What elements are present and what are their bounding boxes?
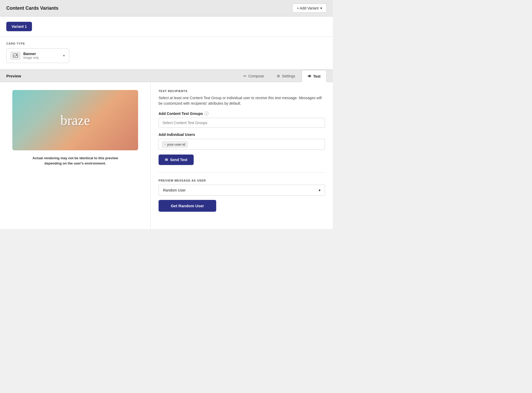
add-variant-label: + Add Variant bbox=[297, 6, 319, 10]
individual-users-label: Add Individual Users bbox=[159, 132, 325, 137]
braze-logo: braze bbox=[61, 113, 90, 128]
tabs-container: ✏ Compose ⚙ Settings 👁 Test bbox=[237, 70, 327, 82]
help-icon[interactable]: i bbox=[204, 111, 209, 116]
card-type-section: CARD TYPE Banner Image only ▾ bbox=[0, 37, 333, 70]
preview-label: Preview bbox=[6, 70, 237, 82]
test-recipients-title: TEST RECIPIENTS bbox=[159, 89, 325, 93]
banner-preview-image: braze bbox=[12, 90, 138, 150]
gear-icon: ⚙ bbox=[277, 74, 280, 78]
preview-disclaimer: Actual rendering may not be identical to… bbox=[25, 156, 125, 166]
banner-icon bbox=[11, 52, 20, 59]
tab-settings-label: Settings bbox=[282, 74, 295, 78]
pencil-icon: ✏ bbox=[243, 74, 247, 78]
page-header: Content Cards Variants + Add Variant ▾ bbox=[0, 0, 333, 17]
random-user-value: Random User bbox=[163, 188, 186, 192]
card-type-section-label: CARD TYPE bbox=[6, 42, 327, 45]
content-test-groups-input[interactable] bbox=[159, 118, 325, 128]
tab-compose-label: Compose bbox=[248, 74, 264, 78]
dropdown-chevron-icon: ▾ bbox=[63, 54, 65, 57]
test-recipients-description: Select at least one Content Test Group o… bbox=[159, 95, 325, 106]
preview-panel: braze Actual rendering may not be identi… bbox=[0, 82, 151, 229]
user-tag-value: your-user-id bbox=[167, 142, 185, 146]
test-recipients-section: TEST RECIPIENTS Select at least one Cont… bbox=[159, 89, 325, 173]
preview-as-user-title: PREVIEW MESSAGE AS USER bbox=[159, 179, 325, 182]
card-type-text: Banner Image only bbox=[23, 52, 39, 60]
preview-tabs-header: Preview ✏ Compose ⚙ Settings 👁 Test bbox=[0, 70, 333, 82]
remove-user-tag-icon[interactable]: × bbox=[164, 143, 166, 146]
svg-point-1 bbox=[16, 54, 17, 55]
card-type-sub: Image only bbox=[23, 56, 39, 60]
envelope-icon: ✉ bbox=[165, 158, 168, 162]
page-title: Content Cards Variants bbox=[6, 6, 58, 11]
card-type-name: Banner bbox=[23, 52, 39, 56]
chevron-down-icon: ▾ bbox=[320, 6, 322, 10]
eye-icon: 👁 bbox=[308, 74, 311, 78]
tab-test-label: Test bbox=[313, 74, 321, 78]
variant-1-button[interactable]: Variant 1 bbox=[6, 22, 32, 31]
user-tag: × your-user-id bbox=[162, 141, 188, 147]
add-variant-button[interactable]: + Add Variant ▾ bbox=[292, 4, 327, 13]
tab-compose[interactable]: ✏ Compose bbox=[237, 70, 270, 82]
card-type-dropdown[interactable]: Banner Image only ▾ bbox=[6, 48, 69, 63]
get-random-user-button[interactable]: Get Random User bbox=[159, 200, 216, 212]
tab-settings[interactable]: ⚙ Settings bbox=[271, 70, 301, 82]
right-panel: TEST RECIPIENTS Select at least one Cont… bbox=[151, 82, 333, 229]
content-test-groups-label: Add Content Test Groups i bbox=[159, 111, 325, 116]
send-test-label: Send Test bbox=[170, 158, 187, 162]
dropdown-chevron-icon: ▾ bbox=[319, 188, 321, 192]
main-content: braze Actual rendering may not be identi… bbox=[0, 82, 333, 229]
preview-as-user-dropdown[interactable]: Random User ▾ bbox=[159, 185, 325, 196]
tab-test[interactable]: 👁 Test bbox=[302, 70, 327, 82]
send-test-button[interactable]: ✉ Send Test bbox=[159, 155, 194, 165]
variant-section: Variant 1 bbox=[0, 17, 333, 37]
svg-rect-0 bbox=[13, 54, 18, 57]
preview-as-user-section: PREVIEW MESSAGE AS USER Random User ▾ Ge… bbox=[159, 173, 325, 212]
card-type-inner: Banner Image only bbox=[11, 52, 39, 60]
individual-users-field[interactable]: × your-user-id bbox=[159, 139, 325, 150]
